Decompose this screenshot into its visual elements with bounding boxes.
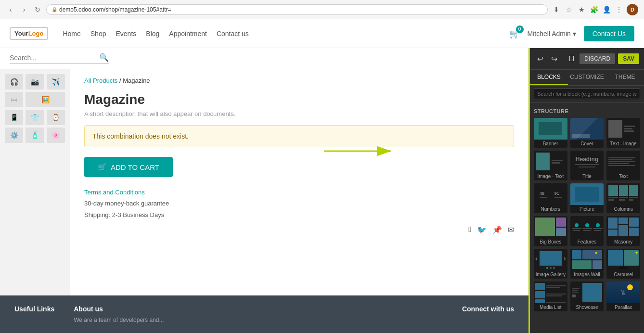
block-features-preview (570, 216, 604, 238)
panel-search-area (530, 86, 644, 102)
redo-button[interactable]: ↪ (549, 52, 560, 65)
block-big-boxes[interactable]: Big Boxes (534, 216, 567, 246)
email-icon[interactable]: ✉ (508, 225, 514, 234)
nav-home[interactable]: Home (63, 30, 80, 38)
tab-blocks[interactable]: BLOCKS (530, 70, 568, 85)
block-columns-preview (606, 183, 640, 205)
footer-links-title: Useful Links (14, 305, 54, 313)
site-logo[interactable]: YourLogo (10, 27, 48, 40)
profile-icon[interactable]: 👤 (602, 5, 611, 14)
block-features-label: Features (577, 238, 597, 246)
block-images-wall[interactable]: ★ Images Wall (570, 249, 604, 279)
block-parallax[interactable]: 🖱 Parallax (606, 282, 640, 311)
tab-theme[interactable]: THEME (606, 70, 644, 85)
warning-box: This combination does not exist. (84, 125, 514, 147)
thumb-flower[interactable]: 🌸 (47, 128, 65, 143)
thumb-bottle[interactable]: 🧴 (26, 128, 44, 143)
thumb-phone[interactable]: 📱 (5, 110, 23, 125)
browser-actions: ⬇ ☆ ★ 🧩 👤 ⋮ D (552, 4, 638, 15)
block-text-image-preview (606, 118, 640, 140)
star-icon[interactable]: ★ (577, 5, 586, 14)
block-media-list-preview (534, 282, 567, 303)
block-columns-label: Columns (613, 205, 633, 213)
block-image-gallery-preview: ‹ › (534, 249, 567, 270)
block-banner[interactable]: Banner (534, 118, 567, 148)
block-showcase[interactable]: Showcase (570, 282, 604, 311)
desktop-view-button[interactable]: 🖥 (566, 52, 577, 65)
block-image-gallery-label: Image Gallery (535, 270, 567, 279)
right-panel: ↩ ↪ 🖥 DISCARD SAV BLOCKS CUSTOMIZE THEME… (528, 48, 644, 333)
download-icon[interactable]: ⬇ (552, 5, 561, 14)
browser-chrome: ‹ › ↻ 🔒 demo5.odoo.com/shop/magazine-105… (0, 0, 644, 19)
thumb-camera[interactable]: 📷 (26, 74, 44, 90)
nav-contact[interactable]: Contact us (217, 30, 249, 38)
terms-link[interactable]: Terms and Conditions (84, 189, 145, 196)
block-image-gallery[interactable]: ‹ › Image Galle (534, 249, 567, 279)
thumb-plane[interactable]: ✈️ (47, 74, 65, 90)
extensions-icon[interactable]: 🧩 (589, 5, 599, 14)
avatar[interactable]: D (627, 4, 638, 15)
block-image-text[interactable]: Image - Text (534, 151, 567, 180)
block-image-text-label: Image - Text (536, 172, 565, 180)
block-carousel[interactable]: ★ Carousel (606, 249, 640, 279)
block-parallax-label: Parallax (614, 303, 633, 311)
block-title[interactable]: Heading Title (570, 151, 604, 180)
menu-icon[interactable]: ⋮ (614, 5, 624, 14)
thumb-bed[interactable]: 🛏 (5, 92, 23, 107)
product-info: Terms and Conditions 30-day money-back g… (84, 187, 514, 220)
block-title-preview: Heading (570, 151, 604, 172)
nav-appointment[interactable]: Appointment (169, 30, 207, 38)
facebook-icon[interactable]:  (468, 225, 471, 234)
thumb-watch[interactable]: ⌚ (47, 110, 65, 125)
refresh-button[interactable]: ↻ (33, 5, 42, 14)
block-features[interactable]: Features (570, 216, 604, 246)
twitter-icon[interactable]: 🐦 (477, 225, 487, 234)
footer-about-text: We are a team of developers and... (74, 317, 164, 323)
search-icon[interactable]: 🔍 (99, 53, 109, 62)
breadcrumb-all-products[interactable]: All Products (84, 77, 117, 84)
contact-button[interactable]: Contact Us (584, 26, 634, 41)
undo-button[interactable]: ↩ (535, 52, 546, 65)
block-masonry-label: Masonry (613, 238, 633, 246)
block-search-input[interactable] (534, 89, 640, 99)
warning-text: This combination does not exist. (92, 132, 189, 140)
nav-shop[interactable]: Shop (90, 30, 106, 38)
bookmark-icon[interactable]: ☆ (564, 5, 574, 14)
block-text[interactable]: Text (606, 151, 640, 180)
back-button[interactable]: ‹ (6, 5, 15, 14)
add-to-cart-button[interactable]: 🛒 ADD TO CART (84, 157, 173, 177)
block-numbers-label: Numbers (540, 205, 562, 213)
thumb-placeholder[interactable]: 🖼️ (26, 92, 65, 107)
block-showcase-label: Showcase (575, 303, 599, 311)
discard-button[interactable]: DISCARD (580, 53, 615, 64)
block-banner-preview (534, 118, 567, 140)
forward-button[interactable]: › (19, 5, 29, 14)
block-picture[interactable]: Picture (570, 183, 604, 213)
block-numbers[interactable]: 45 91 Numbers (534, 183, 567, 213)
search-container[interactable]: 🔍 (10, 53, 109, 64)
admin-label[interactable]: Mitchell Admin ▾ (528, 30, 576, 38)
block-cover[interactable]: Cover (570, 118, 604, 148)
cart-icon[interactable]: 🛒 0 (509, 28, 520, 39)
pinterest-icon[interactable]: 📌 (492, 225, 502, 234)
block-masonry[interactable]: Masonry (606, 216, 640, 246)
thumb-shirt[interactable]: 👕 (26, 110, 44, 125)
save-button[interactable]: SAV (618, 53, 639, 64)
social-icons:  🐦 📌 ✉ (468, 225, 514, 234)
panel-tabs: BLOCKS CUSTOMIZE THEME (530, 70, 644, 86)
nav-events[interactable]: Events (116, 30, 136, 38)
search-input[interactable] (10, 54, 96, 62)
url-bar[interactable]: 🔒 demo5.odoo.com/shop/magazine-105#attr= (46, 4, 548, 15)
block-columns[interactable]: Columns (606, 183, 640, 213)
guarantee-text: 30-day money-back guarantee (84, 200, 169, 207)
product-left-panel: 🎧 📷 ✈️ 🛏 🖼️ 📱 👕 ⌚ ⚙️ 🧴 🌸 (0, 69, 70, 295)
nav-blog[interactable]: Blog (146, 30, 159, 38)
product-description: A short description that will also appea… (84, 110, 514, 117)
tab-customize[interactable]: CUSTOMIZE (568, 70, 606, 85)
block-text-image[interactable]: Text - Image (606, 118, 640, 148)
thumb-gears[interactable]: ⚙️ (5, 128, 23, 143)
nav-right: 🛒 0 Mitchell Admin ▾ Contact Us (509, 26, 634, 41)
thumb-headphones[interactable]: 🎧 (5, 74, 23, 90)
block-media-list[interactable]: Media List (534, 282, 567, 311)
product-thumbnails: 🎧 📷 ✈️ 🛏 🖼️ 📱 👕 ⌚ ⚙️ 🧴 🌸 (5, 74, 65, 143)
